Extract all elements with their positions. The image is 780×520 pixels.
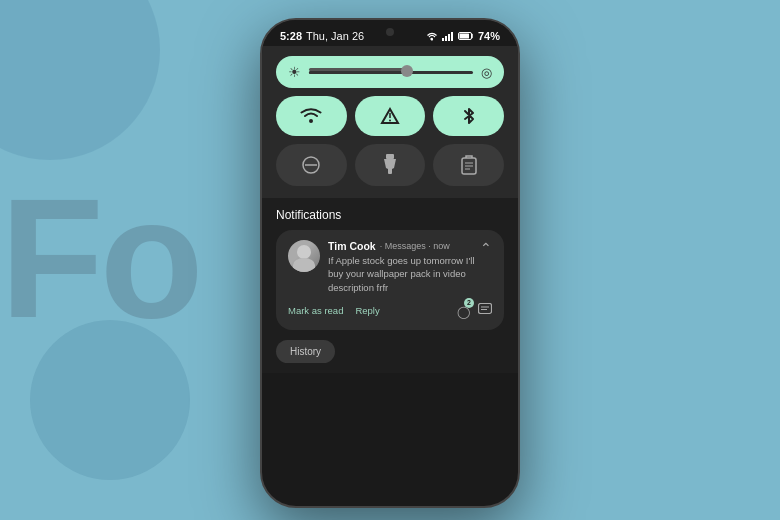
- svg-point-0: [431, 39, 433, 41]
- main-toggle-row: [276, 96, 504, 136]
- bluetooth-toggle[interactable]: [433, 96, 504, 136]
- notifications-title: Notifications: [276, 208, 504, 222]
- bluetooth-toggle-icon: [460, 106, 478, 126]
- notif-badge: 2: [464, 298, 474, 308]
- svg-rect-6: [459, 34, 469, 39]
- signal-toggle[interactable]: [355, 96, 426, 136]
- wifi-status-icon: [426, 31, 438, 41]
- brightness-slider[interactable]: [309, 71, 473, 74]
- notification-card: Tim Cook · Messages · now If Apple stock…: [276, 230, 504, 330]
- signal-toggle-icon: [380, 107, 400, 125]
- camera-dot: [386, 28, 394, 36]
- dark-toggle-row: [276, 144, 504, 186]
- phone-wrapper: 5:28 Thu, Jan 26: [260, 18, 520, 508]
- status-date: Thu, Jan 26: [306, 30, 364, 42]
- svg-rect-14: [388, 168, 392, 174]
- svg-rect-2: [445, 36, 447, 41]
- notif-sender-row: Tim Cook · Messages · now: [328, 240, 480, 252]
- status-time: 5:28: [280, 30, 302, 42]
- svg-point-10: [389, 120, 391, 122]
- notif-message: If Apple stock goes up tomorrow I'll buy…: [328, 254, 480, 294]
- avatar-body: [293, 258, 315, 272]
- brightness-row[interactable]: ☀ ◎: [276, 56, 504, 88]
- notif-header: Tim Cook · Messages · now If Apple stock…: [288, 240, 492, 294]
- svg-rect-4: [451, 32, 453, 41]
- avatar: [288, 240, 320, 272]
- auto-brightness-icon: ◎: [481, 65, 492, 80]
- dnd-icon: [301, 155, 321, 175]
- flashlight-toggle[interactable]: [355, 144, 426, 186]
- bg-circle-bottom-left: [30, 320, 190, 480]
- signal-status-icon: [442, 31, 454, 41]
- flashlight-icon: [382, 154, 398, 176]
- phone-frame: 5:28 Thu, Jan 26: [260, 18, 520, 508]
- mark-as-read-button[interactable]: Mark as read: [288, 305, 343, 316]
- clipboard-toggle[interactable]: [433, 144, 504, 186]
- svg-rect-3: [448, 34, 450, 41]
- notif-content: Tim Cook · Messages · now If Apple stock…: [328, 240, 480, 294]
- battery-status-icon: [458, 31, 474, 41]
- quick-settings-panel: ☀ ◎: [262, 46, 518, 198]
- reply-button[interactable]: Reply: [355, 305, 379, 316]
- notif-right-icons: ◯ 2: [457, 302, 492, 320]
- svg-rect-1: [442, 38, 444, 41]
- notif-sender: Tim Cook: [328, 240, 376, 252]
- history-button[interactable]: History: [276, 340, 335, 363]
- notification-count-wrapper: ◯ 2: [457, 302, 470, 320]
- brightness-icon: ☀: [288, 64, 301, 80]
- clipboard-icon: [460, 155, 478, 175]
- notif-collapse-icon[interactable]: ⌃: [480, 240, 492, 256]
- notif-actions: Mark as read Reply ◯ 2: [288, 302, 492, 320]
- notif-meta: · Messages · now: [380, 241, 450, 251]
- status-right: 74%: [426, 30, 500, 42]
- avatar-inner: [288, 240, 320, 272]
- notifications-section: Notifications Tim: [262, 198, 518, 373]
- battery-percent: 74%: [478, 30, 500, 42]
- notif-left: Tim Cook · Messages · now If Apple stock…: [288, 240, 480, 294]
- avatar-head: [297, 245, 311, 259]
- svg-rect-13: [386, 154, 394, 159]
- svg-rect-19: [479, 304, 492, 314]
- wifi-toggle[interactable]: [276, 96, 347, 136]
- svg-point-7: [309, 119, 313, 123]
- notif-action-btns: Mark as read Reply: [288, 305, 380, 316]
- wifi-toggle-icon: [300, 107, 322, 125]
- dnd-toggle[interactable]: [276, 144, 347, 186]
- expand-notification-icon[interactable]: [478, 303, 492, 318]
